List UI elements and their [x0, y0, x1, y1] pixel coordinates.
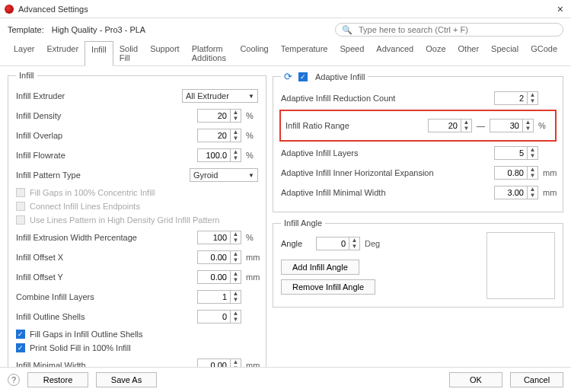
angle-unit: Deg: [365, 239, 383, 248]
horizontal-expansion-input[interactable]: [495, 168, 527, 177]
ratio-low-input[interactable]: [429, 121, 461, 130]
restore-button[interactable]: Restore: [27, 372, 88, 387]
ratio-high-input[interactable]: [490, 121, 522, 130]
infill-density-label: Infill Density: [16, 111, 193, 120]
refresh-icon[interactable]: ⟳: [284, 71, 292, 82]
adaptive-minimal-width-stepper[interactable]: ▲▼: [494, 186, 538, 199]
help-icon[interactable]: ?: [8, 374, 20, 386]
remove-angle-button[interactable]: Remove Infill Angle: [281, 279, 375, 295]
angle-stepper[interactable]: ▲▼: [316, 237, 360, 250]
tab-gcode[interactable]: GCode: [525, 41, 563, 65]
step-down-icon[interactable]: ▼: [231, 237, 241, 244]
checkbox-icon: [16, 202, 25, 211]
offset-y-input[interactable]: [198, 272, 230, 282]
step-down-icon[interactable]: ▼: [231, 116, 241, 122]
ok-button[interactable]: OK: [449, 372, 502, 387]
search-input[interactable]: [357, 24, 557, 35]
save-as-button[interactable]: Save As: [96, 372, 157, 387]
offset-x-unit: mm: [246, 253, 258, 262]
fill-gaps-outline-checkbox[interactable]: ✓ Fill Gaps in Infill Outline Shells: [16, 330, 258, 339]
step-down-icon[interactable]: ▼: [231, 257, 241, 263]
solid-fill-100-checkbox[interactable]: ✓ Print Solid Fill in 100% Infill: [16, 343, 258, 352]
infill-extruder-label: Infill Extruder: [16, 91, 177, 100]
outline-shells-label: Infill Outline Shells: [16, 312, 193, 321]
infill-overlap-stepper[interactable]: ▲▼: [197, 129, 241, 142]
extrusion-width-input[interactable]: [198, 233, 230, 242]
infill-flowrate-stepper[interactable]: ▲▼: [197, 148, 241, 162]
infill-pattern-select[interactable]: Gyroid ▼: [190, 168, 258, 182]
step-down-icon[interactable]: ▼: [528, 173, 538, 179]
infill-density-stepper[interactable]: ▲▼: [197, 109, 241, 123]
tab-ooze[interactable]: Ooze: [419, 41, 451, 65]
offset-x-stepper[interactable]: ▲▼: [197, 250, 241, 264]
step-down-icon[interactable]: ▼: [523, 126, 533, 132]
tab-temperature[interactable]: Temperature: [275, 41, 334, 65]
step-down-icon[interactable]: ▼: [231, 277, 241, 283]
offset-x-label: Infill Offset X: [16, 253, 193, 262]
step-down-icon[interactable]: ▼: [461, 126, 471, 132]
infill-extruder-value: All Extruder: [186, 91, 229, 100]
step-down-icon[interactable]: ▼: [231, 297, 241, 303]
search-box[interactable]: 🔍: [335, 23, 563, 37]
horizontal-expansion-stepper[interactable]: ▲▼: [494, 166, 538, 180]
adaptive-layers-stepper[interactable]: ▲▼: [494, 146, 538, 160]
tab-other[interactable]: Other: [452, 41, 486, 65]
add-angle-button[interactable]: Add Infill Angle: [281, 260, 359, 275]
adaptive-layers-input[interactable]: [495, 148, 527, 158]
adaptive-minimal-width-label: Adaptive Infill Minimal Width: [281, 188, 490, 197]
cancel-button[interactable]: Cancel: [510, 372, 563, 387]
reduction-count-label: Adaptive Infill Reduction Count: [281, 94, 490, 103]
infill-density-input[interactable]: [198, 111, 230, 120]
combine-layers-input[interactable]: [198, 292, 230, 301]
angle-list[interactable]: [486, 232, 555, 299]
tab-advanced[interactable]: Advanced: [370, 41, 419, 65]
tab-cooling[interactable]: Cooling: [234, 41, 274, 65]
step-down-icon[interactable]: ▼: [528, 193, 538, 199]
combine-layers-stepper[interactable]: ▲▼: [197, 290, 241, 304]
outline-shells-stepper[interactable]: ▲▼: [197, 310, 241, 323]
tab-extruder[interactable]: Extruder: [41, 41, 85, 65]
adaptive-layers-label: Adaptive Infill Layers: [281, 148, 490, 158]
infill-pattern-label: Infill Pattern Type: [16, 171, 185, 180]
tab-speed[interactable]: Speed: [334, 41, 371, 65]
tab-solid-fill[interactable]: Solid Fill: [113, 41, 144, 65]
adaptive-minimal-width-input[interactable]: [495, 188, 527, 197]
step-down-icon[interactable]: ▼: [528, 153, 538, 159]
reduction-count-input[interactable]: [495, 94, 527, 103]
close-icon[interactable]: ×: [554, 3, 566, 15]
offset-x-input[interactable]: [198, 253, 230, 262]
angle-input[interactable]: [317, 239, 349, 248]
ratio-separator: —: [477, 121, 485, 130]
angle-label: Angle: [281, 239, 311, 248]
tab-layer[interactable]: Layer: [8, 41, 41, 65]
fill-gaps-concentric-label: Fill Gaps in 100% Concentric Infill: [30, 188, 155, 197]
step-down-icon[interactable]: ▼: [349, 244, 359, 250]
tab-infill[interactable]: Infill: [85, 41, 113, 66]
fill-gaps-concentric-checkbox[interactable]: Fill Gaps in 100% Concentric Infill: [16, 188, 258, 197]
step-down-icon[interactable]: ▼: [231, 155, 241, 161]
infill-overlap-label: Infill Overlap: [16, 131, 193, 140]
checkbox-checked-icon[interactable]: ✓: [298, 72, 308, 81]
lines-pattern-grid-checkbox[interactable]: Use Lines Pattern in High Density Grid I…: [16, 215, 258, 225]
ratio-high-stepper[interactable]: ▲▼: [490, 119, 534, 132]
step-down-icon[interactable]: ▼: [231, 317, 241, 323]
combine-layers-label: Combine Infill Layers: [16, 292, 193, 301]
tab-special[interactable]: Special: [485, 41, 525, 65]
tab-platform-additions[interactable]: Platform Additions: [186, 41, 234, 65]
step-down-icon[interactable]: ▼: [528, 98, 538, 104]
extrusion-width-stepper[interactable]: ▲▼: [197, 231, 241, 244]
checkbox-checked-icon: ✓: [16, 343, 25, 352]
offset-y-stepper[interactable]: ▲▼: [197, 270, 241, 284]
infill-extruder-select[interactable]: All Extruder ▼: [182, 89, 258, 103]
reduction-count-stepper[interactable]: ▲▼: [494, 91, 538, 105]
infill-pattern-value: Gyroid: [193, 171, 218, 180]
infill-angle-legend: Infill Angle: [281, 218, 325, 228]
infill-flowrate-input[interactable]: [198, 151, 230, 160]
ratio-low-stepper[interactable]: ▲▼: [428, 119, 472, 132]
outline-shells-input[interactable]: [198, 312, 230, 321]
infill-flowrate-label: Infill Flowrate: [16, 151, 193, 160]
step-down-icon[interactable]: ▼: [231, 135, 241, 142]
tab-support[interactable]: Support: [144, 41, 186, 65]
infill-overlap-input[interactable]: [198, 131, 230, 140]
connect-infill-lines-checkbox[interactable]: Connect Infill Lines Endpoints: [16, 202, 258, 211]
